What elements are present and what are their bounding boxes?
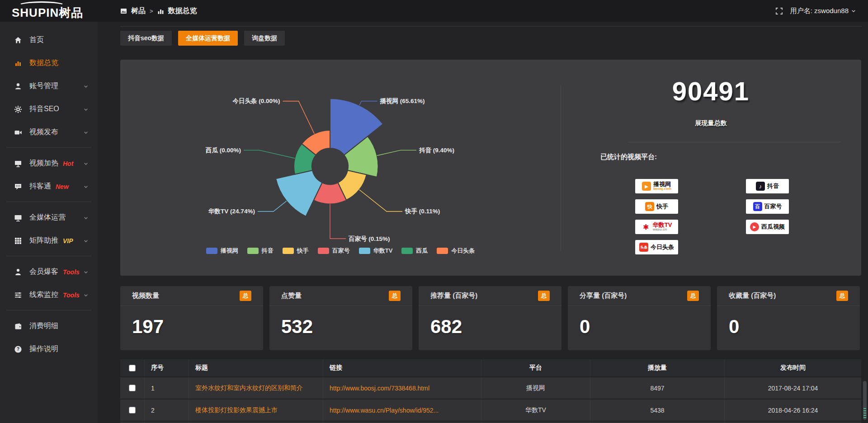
legend-item-抖音[interactable]: 抖音 (247, 247, 274, 255)
baijia-logo-icon: 百 (753, 202, 762, 211)
legend-swatch (437, 248, 448, 254)
chart-icon (14, 59, 23, 67)
cell-plays: 5438 (590, 400, 725, 421)
sidebar-item-badge: Hot (63, 160, 73, 167)
chat-icon (14, 183, 23, 191)
sidebar-item-label: 线索监控 (29, 290, 58, 300)
douyin-logo-icon: ♪ (756, 182, 765, 191)
sidebar-item-data-overview[interactable]: 数据总览 (0, 52, 98, 75)
stat-card-2: 点赞量总532 (269, 286, 412, 350)
image-icon (120, 8, 127, 14)
grid-icon (14, 237, 23, 245)
topbar-right: 用户名: zswodun88 (775, 7, 868, 15)
stat-card-title: 视频数量 (132, 291, 159, 300)
logo-en: SHUPIN (12, 6, 59, 19)
chevron-down-icon (83, 130, 89, 135)
pie-label-快手: 快手 (0.11%) (405, 207, 440, 215)
sidebar-item-omnimedia[interactable]: 全媒体运营 (0, 206, 98, 229)
sidebar-item-clue-monitor[interactable]: 线索监控Tools (0, 283, 98, 306)
platform-name: 抖音 (767, 183, 779, 189)
table-row: 2楼体投影灯投影效果震撼上市http://www.wasu.cn/Play/sh… (120, 400, 861, 421)
row-checkbox[interactable] (129, 407, 136, 414)
platform-name: 百家号 (764, 203, 782, 210)
platform-badge-西瓜视频: ▶西瓜视频 (746, 220, 789, 234)
main-content: 抖音seo数据全媒体运营数据询盘数据 播视网 (65.61%)抖音 (9.40%… (98, 22, 868, 423)
sidebar-item-help[interactable]: ?操作说明 (0, 338, 98, 361)
videos-table: 序号标题链接平台播放量发布时间1室外水纹灯和室内水纹灯的区别和简介http://… (120, 359, 861, 423)
platform-name: 华数TV (653, 222, 672, 228)
chevron-down-icon (83, 238, 89, 244)
legend-swatch (318, 248, 329, 254)
platform-badge-播视网: ▶播视网boosj.com (635, 179, 678, 193)
legend-swatch (359, 248, 370, 254)
legend-item-西瓜[interactable]: 西瓜 (401, 247, 428, 255)
stat-card-value: 532 (269, 306, 412, 338)
legend-item-华数TV[interactable]: 华数TV (359, 247, 393, 255)
tab-3[interactable]: 询盘数据 (244, 31, 285, 46)
cell-no: 1 (145, 377, 189, 399)
screen-icon (14, 160, 23, 168)
sidebar-item-label: 会员爆客 (29, 267, 58, 277)
sidebar-item-label: 消费明细 (29, 321, 58, 331)
gear-icon (14, 105, 23, 113)
sidebar-divider (6, 256, 91, 256)
kuaishou-logo-icon: 快 (645, 202, 654, 211)
cell-title[interactable]: 楼体投影灯投影效果震撼上市 (189, 400, 323, 421)
sidebar-item-video-publish[interactable]: 视频发布 (0, 121, 98, 144)
logo-text: SHUPIN树品 (12, 5, 83, 21)
total-impressions-value: 90491 (561, 76, 861, 106)
select-all-checkbox[interactable] (129, 365, 136, 371)
legend-item-快手[interactable]: 快手 (283, 247, 309, 255)
legend-label: 播视网 (221, 247, 238, 255)
stat-card-title: 收藏量 (百家号) (729, 291, 776, 300)
chevron-down-icon (83, 161, 89, 166)
chevron-down-icon (83, 215, 89, 221)
rose-chart-svg[interactable]: 播视网 (65.61%)抖音 (9.40%)快手 (0.11%)百家号 (0.1… (120, 60, 561, 245)
cell-link[interactable]: http://www.wasu.cn/Play/show/id/952... (323, 400, 481, 421)
platform-badge-快手: 快快手 (635, 199, 678, 214)
logo-cn: 树品 (59, 6, 83, 19)
sidebar-item-matrix-boost[interactable]: 矩阵助推VIP (0, 229, 98, 252)
cell-title[interactable]: 室外水纹灯和室内水纹灯的区别和简介 (189, 377, 323, 399)
sidebar-item-douketong[interactable]: 抖客通New (0, 175, 98, 198)
fullscreen-icon[interactable] (775, 7, 783, 15)
cell-link[interactable]: http://www.boosj.com/7338468.html (323, 377, 481, 399)
cell-time: 2017-08-24 17:04 (725, 377, 861, 399)
sidebar-item-home[interactable]: 首页 (0, 28, 98, 52)
platform-sub: wasu.cn (653, 228, 667, 232)
stat-card-1: 视频数量总197 (120, 286, 263, 350)
sidebar-item-member-baoke[interactable]: 会员爆客Tools (0, 260, 98, 283)
sidebar-divider (6, 310, 91, 310)
sidebar-item-douyin-seo[interactable]: 抖音SEO (0, 98, 98, 121)
table-header-6: 发布时间 (725, 359, 861, 376)
sidebar-item-badge: VIP (63, 237, 73, 244)
tab-1[interactable]: 抖音seo数据 (120, 31, 172, 46)
row-checkbox[interactable] (129, 385, 136, 391)
legend-item-播视网[interactable]: 播视网 (206, 247, 238, 255)
chart-legend: 播视网抖音快手百家号华数TV西瓜今日头条 (120, 247, 561, 255)
breadcrumb-current: 数据总览 (168, 6, 197, 16)
pie-label-line (359, 101, 377, 105)
legend-item-百家号[interactable]: 百家号 (318, 247, 350, 255)
stat-card-title: 点赞量 (281, 291, 302, 300)
table-row: 1室外水纹灯和室内水纹灯的区别和简介http://www.boosj.com/7… (120, 377, 861, 399)
legend-swatch (283, 248, 294, 254)
platform-sub: boosj.com (653, 187, 671, 191)
sidebar-item-account-manage[interactable]: 账号管理 (0, 75, 98, 98)
legend-item-今日头条[interactable]: 今日头条 (437, 247, 475, 255)
scrollbar-thumb[interactable] (863, 381, 867, 420)
pie-label-line (244, 150, 295, 158)
platform-badge-抖音: ♪抖音 (746, 179, 789, 193)
sidebar-item-consume-detail[interactable]: 消费明细 (0, 315, 98, 338)
user-menu[interactable]: 用户名: zswodun88 (790, 7, 856, 15)
breadcrumb-home[interactable]: 树品 (131, 6, 146, 16)
pie-slice-华数TV[interactable] (276, 170, 322, 216)
legend-label: 抖音 (262, 247, 274, 255)
pie-label-播视网: 播视网 (65.61%) (379, 97, 425, 104)
wasu-logo-icon: ✱ (642, 222, 651, 231)
rose-chart[interactable]: 播视网 (65.61%)抖音 (9.40%)快手 (0.11%)百家号 (0.1… (120, 60, 561, 276)
sidebar-item-video-heat[interactable]: 视频加热Hot (0, 152, 98, 175)
tab-2[interactable]: 全媒体运营数据 (178, 31, 238, 46)
total-badge: 总 (240, 291, 251, 301)
chevron-down-icon (851, 8, 856, 14)
